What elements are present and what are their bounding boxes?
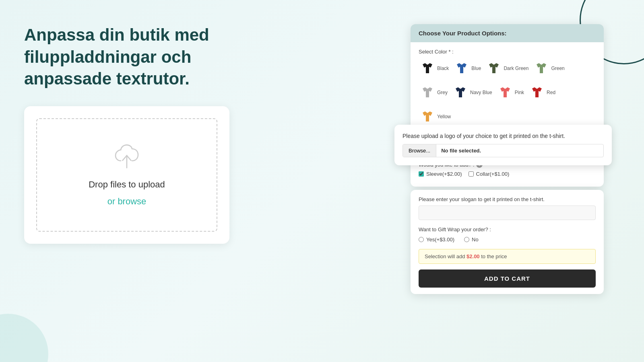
addon-options: Sleeve(+$2.00) Collar(+$1.00) <box>419 171 596 177</box>
gift-wrap-yes[interactable]: Yes(+$3.00) <box>419 237 454 243</box>
color-option-blue[interactable]: Blue <box>453 60 482 77</box>
slogan-input[interactable] <box>419 206 596 220</box>
color-options-row3: Yellow <box>419 108 596 125</box>
color-label-black: Black <box>437 66 449 71</box>
addon-collar-label: Collar(+$1.00) <box>476 171 510 177</box>
color-option-black[interactable]: Black <box>419 60 450 77</box>
color-option-darkgreen[interactable]: Dark Green <box>485 60 529 77</box>
upload-drop-text: Drop files to upload <box>89 179 165 190</box>
gift-wrap-options: Yes(+$3.00) No <box>419 237 596 243</box>
price-amount: $2.00 <box>466 253 480 259</box>
browse-prefix: or <box>107 196 118 206</box>
upload-logo-text: Please upload a logo of your choice to g… <box>402 133 604 139</box>
price-info-suffix: to the price <box>481 253 507 259</box>
price-info-prefix: Selection will add <box>425 253 466 259</box>
color-option-green[interactable]: Green <box>533 60 565 77</box>
upload-box: Drop files to upload or browse <box>24 106 229 244</box>
headline: Anpassa din butik med filuppladdningar o… <box>24 24 246 90</box>
color-label-darkgreen: Dark Green <box>504 66 528 71</box>
color-label-green: Green <box>551 66 564 71</box>
price-info-bar: Selection will add $2.00 to the price <box>419 249 596 264</box>
add-to-cart-button[interactable]: ADD TO CART <box>419 269 596 288</box>
slogan-label: Please enter your slogan to get it print… <box>419 196 596 202</box>
file-input-row: Browse... No file selected. <box>402 144 604 157</box>
gift-wrap-label: Want to Gift Wrap your order? : <box>419 226 596 232</box>
upload-browse-row: or browse <box>107 196 147 207</box>
file-name-display: No file selected. <box>436 144 486 157</box>
gift-wrap-no-label: No <box>472 237 479 243</box>
addon-sleeve-checkbox[interactable] <box>419 171 424 177</box>
upload-drop-zone[interactable]: Drop files to upload or browse <box>36 118 217 232</box>
color-options-row2: Grey Navy Blue Pink <box>419 84 596 101</box>
color-options: Black Blue Dark Green <box>419 60 596 77</box>
addon-collar[interactable]: Collar(+$1.00) <box>469 171 510 177</box>
color-label-red: Red <box>547 90 555 95</box>
color-option-pink[interactable]: Pink <box>496 84 525 101</box>
file-browse-button[interactable]: Browse... <box>403 144 436 157</box>
slogan-section: Please enter your slogan to get it print… <box>419 196 596 220</box>
color-label-navy: Navy Blue <box>470 90 492 95</box>
gift-wrap-section: Want to Gift Wrap your order? : Yes(+$3.… <box>419 226 596 243</box>
browse-link[interactable]: browse <box>118 196 146 206</box>
deco-circle-bottom-left <box>0 314 48 362</box>
color-label-grey: Grey <box>437 90 448 95</box>
upload-cloud-icon <box>113 143 141 173</box>
color-option-navy[interactable]: Navy Blue <box>452 84 493 101</box>
addon-collar-checkbox[interactable] <box>469 171 474 177</box>
color-label-yellow: Yellow <box>437 114 451 119</box>
color-option-grey[interactable]: Grey <box>419 84 448 101</box>
addon-sleeve[interactable]: Sleeve(+$2.00) <box>419 171 462 177</box>
color-label-pink: Pink <box>515 90 524 95</box>
color-label-blue: Blue <box>471 66 481 71</box>
addon-sleeve-label: Sleeve(+$2.00) <box>426 171 462 177</box>
upload-logo-card: Please upload a logo of your choice to g… <box>394 125 612 165</box>
lower-form-card: Please enter your slogan to get it print… <box>411 190 604 294</box>
gift-wrap-no[interactable]: No <box>464 237 479 243</box>
gift-wrap-no-radio[interactable] <box>464 237 469 242</box>
color-option-yellow[interactable]: Yellow <box>419 108 452 125</box>
gift-wrap-yes-radio[interactable] <box>419 237 424 242</box>
color-option-red[interactable]: Red <box>528 84 556 101</box>
left-section: Anpassa din butik med filuppladdningar o… <box>24 24 246 244</box>
gift-wrap-yes-label: Yes(+$3.00) <box>426 237 454 243</box>
color-section-label: Select Color * : <box>419 49 596 55</box>
card-header: Choose Your Product Options: <box>411 24 604 42</box>
